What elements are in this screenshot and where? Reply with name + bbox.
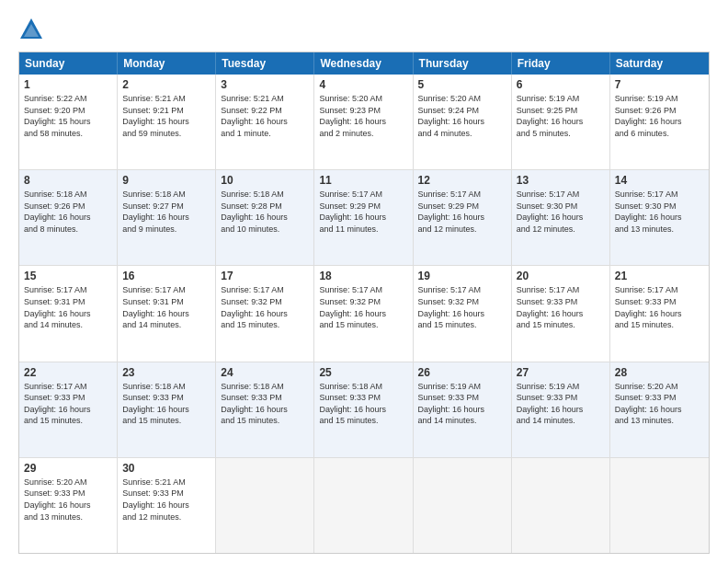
day-cell-2: 2Sunrise: 5:21 AMSunset: 9:21 PMDaylight… bbox=[118, 75, 216, 169]
empty-cell bbox=[216, 458, 314, 553]
day-number: 21 bbox=[615, 270, 704, 282]
day-cell-21: 21Sunrise: 5:17 AMSunset: 9:33 PMDayligh… bbox=[610, 266, 709, 361]
day-info: Sunrise: 5:18 AMSunset: 9:33 PMDaylight:… bbox=[319, 381, 407, 427]
day-cell-18: 18Sunrise: 5:17 AMSunset: 9:32 PMDayligh… bbox=[314, 266, 413, 361]
calendar: SundayMondayTuesdayWednesdayThursdayFrid… bbox=[18, 52, 710, 554]
day-number: 20 bbox=[517, 270, 605, 282]
day-number: 2 bbox=[122, 78, 210, 91]
day-number: 30 bbox=[122, 462, 210, 475]
day-number: 18 bbox=[319, 270, 407, 282]
day-info: Sunrise: 5:19 AMSunset: 9:26 PMDaylight:… bbox=[615, 93, 704, 139]
day-cell-24: 24Sunrise: 5:18 AMSunset: 9:33 PMDayligh… bbox=[216, 362, 314, 457]
day-info: Sunrise: 5:17 AMSunset: 9:32 PMDaylight:… bbox=[319, 284, 407, 330]
empty-cell bbox=[512, 458, 610, 553]
empty-cell bbox=[610, 458, 709, 553]
day-cell-22: 22Sunrise: 5:17 AMSunset: 9:33 PMDayligh… bbox=[19, 362, 118, 457]
day-number: 1 bbox=[24, 78, 112, 91]
day-number: 19 bbox=[418, 270, 506, 282]
day-number: 16 bbox=[122, 270, 210, 282]
day-number: 25 bbox=[319, 366, 407, 379]
day-cell-4: 4Sunrise: 5:20 AMSunset: 9:23 PMDaylight… bbox=[314, 75, 413, 169]
header-day-thursday: Thursday bbox=[414, 52, 512, 75]
day-info: Sunrise: 5:19 AMSunset: 9:33 PMDaylight:… bbox=[418, 381, 506, 427]
day-info: Sunrise: 5:17 AMSunset: 9:30 PMDaylight:… bbox=[517, 189, 605, 235]
day-info: Sunrise: 5:17 AMSunset: 9:33 PMDaylight:… bbox=[24, 381, 112, 427]
day-number: 10 bbox=[221, 174, 309, 187]
day-cell-15: 15Sunrise: 5:17 AMSunset: 9:31 PMDayligh… bbox=[19, 266, 118, 361]
day-info: Sunrise: 5:17 AMSunset: 9:32 PMDaylight:… bbox=[221, 284, 309, 330]
day-info: Sunrise: 5:20 AMSunset: 9:24 PMDaylight:… bbox=[418, 93, 506, 139]
day-info: Sunrise: 5:21 AMSunset: 9:22 PMDaylight:… bbox=[221, 93, 309, 139]
day-cell-16: 16Sunrise: 5:17 AMSunset: 9:31 PMDayligh… bbox=[118, 266, 216, 361]
day-info: Sunrise: 5:17 AMSunset: 9:33 PMDaylight:… bbox=[615, 284, 704, 330]
day-cell-27: 27Sunrise: 5:19 AMSunset: 9:33 PMDayligh… bbox=[512, 362, 610, 457]
day-cell-28: 28Sunrise: 5:20 AMSunset: 9:33 PMDayligh… bbox=[610, 362, 709, 457]
empty-cell bbox=[314, 458, 413, 553]
header-day-wednesday: Wednesday bbox=[314, 52, 413, 75]
day-cell-30: 30Sunrise: 5:21 AMSunset: 9:33 PMDayligh… bbox=[118, 458, 216, 553]
day-info: Sunrise: 5:21 AMSunset: 9:33 PMDaylight:… bbox=[122, 477, 210, 523]
day-cell-10: 10Sunrise: 5:18 AMSunset: 9:28 PMDayligh… bbox=[216, 170, 314, 265]
calendar-row-5: 29Sunrise: 5:20 AMSunset: 9:33 PMDayligh… bbox=[19, 457, 709, 553]
calendar-row-1: 1Sunrise: 5:22 AMSunset: 9:20 PMDaylight… bbox=[19, 75, 709, 169]
day-number: 8 bbox=[24, 174, 112, 187]
day-number: 15 bbox=[24, 270, 112, 282]
day-cell-9: 9Sunrise: 5:18 AMSunset: 9:27 PMDaylight… bbox=[118, 170, 216, 265]
page: SundayMondayTuesdayWednesdayThursdayFrid… bbox=[0, 0, 728, 563]
day-info: Sunrise: 5:17 AMSunset: 9:30 PMDaylight:… bbox=[615, 189, 704, 235]
day-number: 13 bbox=[517, 174, 605, 187]
calendar-row-4: 22Sunrise: 5:17 AMSunset: 9:33 PMDayligh… bbox=[19, 362, 709, 457]
day-number: 14 bbox=[615, 174, 704, 187]
calendar-row-3: 15Sunrise: 5:17 AMSunset: 9:31 PMDayligh… bbox=[19, 265, 709, 361]
day-number: 12 bbox=[418, 174, 506, 187]
day-cell-3: 3Sunrise: 5:21 AMSunset: 9:22 PMDaylight… bbox=[216, 75, 314, 169]
day-info: Sunrise: 5:20 AMSunset: 9:33 PMDaylight:… bbox=[24, 477, 112, 523]
header-day-saturday: Saturday bbox=[610, 52, 709, 75]
calendar-header: SundayMondayTuesdayWednesdayThursdayFrid… bbox=[19, 52, 709, 75]
day-number: 9 bbox=[122, 174, 210, 187]
day-number: 29 bbox=[24, 462, 112, 475]
day-info: Sunrise: 5:21 AMSunset: 9:21 PMDaylight:… bbox=[122, 93, 210, 139]
day-cell-13: 13Sunrise: 5:17 AMSunset: 9:30 PMDayligh… bbox=[512, 170, 610, 265]
day-info: Sunrise: 5:17 AMSunset: 9:31 PMDaylight:… bbox=[122, 284, 210, 330]
day-info: Sunrise: 5:19 AMSunset: 9:25 PMDaylight:… bbox=[517, 93, 605, 139]
day-number: 22 bbox=[24, 366, 112, 379]
day-info: Sunrise: 5:18 AMSunset: 9:28 PMDaylight:… bbox=[221, 189, 309, 235]
day-info: Sunrise: 5:20 AMSunset: 9:23 PMDaylight:… bbox=[319, 93, 407, 139]
day-number: 6 bbox=[517, 78, 605, 91]
logo-icon bbox=[18, 17, 44, 42]
day-number: 4 bbox=[319, 78, 407, 91]
calendar-row-2: 8Sunrise: 5:18 AMSunset: 9:26 PMDaylight… bbox=[19, 169, 709, 265]
day-cell-1: 1Sunrise: 5:22 AMSunset: 9:20 PMDaylight… bbox=[19, 75, 118, 169]
empty-cell bbox=[414, 458, 512, 553]
day-number: 26 bbox=[418, 366, 506, 379]
day-info: Sunrise: 5:18 AMSunset: 9:33 PMDaylight:… bbox=[221, 381, 309, 427]
header-day-tuesday: Tuesday bbox=[216, 52, 314, 75]
day-cell-8: 8Sunrise: 5:18 AMSunset: 9:26 PMDaylight… bbox=[19, 170, 118, 265]
day-info: Sunrise: 5:17 AMSunset: 9:29 PMDaylight:… bbox=[319, 189, 407, 235]
day-cell-6: 6Sunrise: 5:19 AMSunset: 9:25 PMDaylight… bbox=[512, 75, 610, 169]
day-info: Sunrise: 5:18 AMSunset: 9:33 PMDaylight:… bbox=[122, 381, 210, 427]
header bbox=[18, 17, 710, 42]
day-number: 3 bbox=[221, 78, 309, 91]
day-info: Sunrise: 5:17 AMSunset: 9:32 PMDaylight:… bbox=[418, 284, 506, 330]
day-cell-14: 14Sunrise: 5:17 AMSunset: 9:30 PMDayligh… bbox=[610, 170, 709, 265]
day-number: 5 bbox=[418, 78, 506, 91]
day-cell-19: 19Sunrise: 5:17 AMSunset: 9:32 PMDayligh… bbox=[414, 266, 512, 361]
logo bbox=[18, 17, 48, 42]
day-number: 28 bbox=[615, 366, 704, 379]
day-info: Sunrise: 5:22 AMSunset: 9:20 PMDaylight:… bbox=[24, 93, 112, 139]
day-number: 27 bbox=[517, 366, 605, 379]
day-info: Sunrise: 5:17 AMSunset: 9:29 PMDaylight:… bbox=[418, 189, 506, 235]
day-info: Sunrise: 5:18 AMSunset: 9:26 PMDaylight:… bbox=[24, 189, 112, 235]
day-cell-17: 17Sunrise: 5:17 AMSunset: 9:32 PMDayligh… bbox=[216, 266, 314, 361]
day-info: Sunrise: 5:20 AMSunset: 9:33 PMDaylight:… bbox=[615, 381, 704, 427]
header-day-monday: Monday bbox=[118, 52, 216, 75]
header-day-sunday: Sunday bbox=[19, 52, 118, 75]
day-cell-23: 23Sunrise: 5:18 AMSunset: 9:33 PMDayligh… bbox=[118, 362, 216, 457]
day-info: Sunrise: 5:17 AMSunset: 9:31 PMDaylight:… bbox=[24, 284, 112, 330]
day-info: Sunrise: 5:17 AMSunset: 9:33 PMDaylight:… bbox=[517, 284, 605, 330]
day-number: 7 bbox=[615, 78, 704, 91]
day-cell-7: 7Sunrise: 5:19 AMSunset: 9:26 PMDaylight… bbox=[610, 75, 709, 169]
header-day-friday: Friday bbox=[512, 52, 610, 75]
